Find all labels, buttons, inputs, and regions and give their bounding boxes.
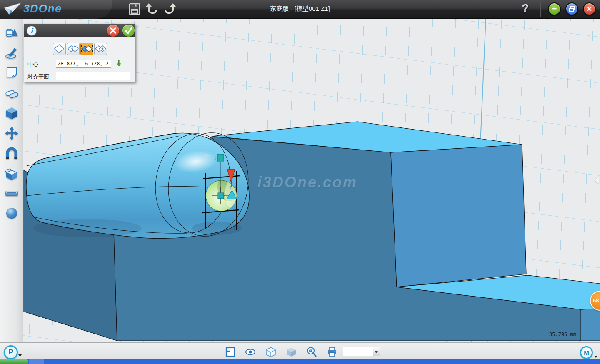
left-toolbar	[0, 19, 23, 342]
align-plane-input[interactable]	[56, 72, 130, 80]
title-bar: 3DOne 家庭版 - [模型001.Z1] ? − ✕	[0, 0, 600, 19]
center-coordinates-input[interactable]	[56, 60, 111, 68]
minimize-button[interactable]: −	[548, 2, 561, 15]
eraser-icon[interactable]	[5, 86, 19, 100]
measurement-label: 35.795 mm	[549, 332, 576, 337]
zoom-cube-icon[interactable]	[306, 347, 317, 357]
check-icon	[122, 25, 135, 37]
restore-button[interactable]	[565, 2, 578, 15]
option-point-pair-filled[interactable]	[80, 43, 93, 55]
close-button[interactable]: ✕	[583, 2, 596, 15]
section-icon[interactable]	[5, 186, 19, 200]
taskbar-item[interactable]	[29, 359, 44, 364]
render-sphere-icon[interactable]	[5, 206, 19, 220]
dropdown-button[interactable]	[373, 347, 380, 356]
help-button[interactable]: ?	[522, 2, 529, 15]
start-button[interactable]	[0, 359, 28, 364]
sketch-plane-icon[interactable]	[5, 65, 19, 80]
move-icon[interactable]	[5, 126, 19, 140]
pick-point-icon[interactable]	[114, 60, 122, 68]
solid-cube-icon[interactable]	[5, 106, 19, 120]
option-single-point[interactable]	[53, 43, 66, 55]
shaded-cube-icon[interactable]	[286, 347, 297, 357]
print-icon[interactable]	[327, 347, 338, 357]
profile-menu-button[interactable]: P	[4, 345, 18, 359]
option-point-with-center[interactable]	[94, 43, 107, 55]
window-title: 家庭版 - [模型001.Z1]	[0, 5, 600, 13]
chevron-down-icon	[375, 351, 378, 353]
profile-dropdown-arrow-icon[interactable]	[18, 354, 22, 357]
os-taskbar[interactable]	[0, 359, 600, 364]
diamond-icon	[53, 43, 65, 55]
close-icon	[107, 25, 119, 37]
radius-annotation: 1.9	[229, 185, 238, 191]
diamond-dot-icon	[95, 43, 107, 55]
collapse-panel-arrow-icon[interactable]	[595, 177, 599, 184]
mode-menu-button[interactable]: M	[580, 346, 593, 359]
titlebar-divider	[540, 2, 541, 17]
bottom-toolbar: P M	[0, 342, 600, 359]
mode-dropdown-arrow-icon[interactable]	[594, 356, 598, 358]
sketch-pencil-icon[interactable]	[5, 45, 19, 60]
align-plane-field-label: 对齐平面	[28, 73, 49, 80]
option-two-points[interactable]	[67, 43, 80, 55]
wireframe-cube-icon[interactable]	[265, 347, 276, 357]
view-dropdown[interactable]	[343, 347, 380, 356]
dialog-cancel-button[interactable]	[107, 25, 119, 37]
magnet-icon[interactable]	[5, 147, 19, 161]
info-icon: i	[27, 26, 37, 36]
layout-corner-icon[interactable]	[225, 347, 236, 357]
command-dialog: i	[24, 24, 135, 82]
watermark: i3DOne.com	[258, 174, 358, 191]
center-field-label: 中心	[28, 61, 38, 68]
dialog-confirm-button[interactable]	[122, 25, 135, 37]
offset-annotation: -3	[210, 155, 216, 162]
primitives-icon[interactable]	[5, 26, 19, 40]
dialog-header[interactable]: i	[24, 24, 135, 37]
eye-icon[interactable]	[245, 347, 256, 357]
assembly-box-icon[interactable]	[5, 167, 19, 181]
double-diamond-icon	[67, 43, 79, 55]
filled-double-diamond-icon	[81, 43, 93, 55]
